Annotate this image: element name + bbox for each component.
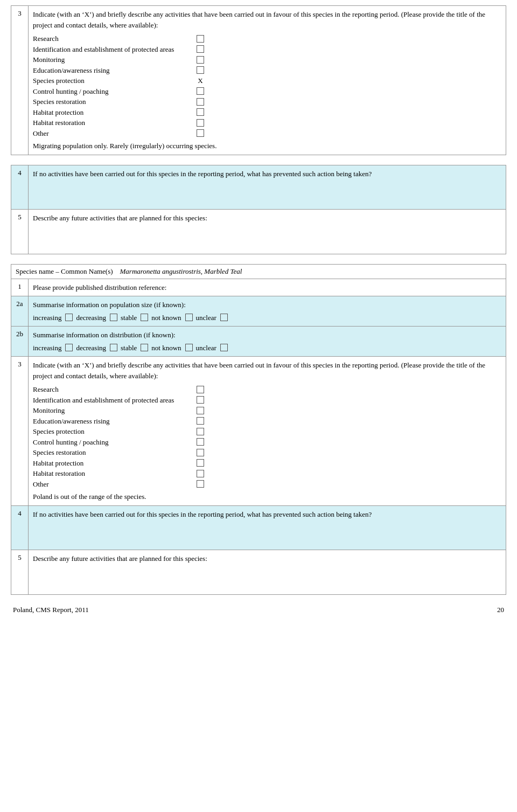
option-item: unclear [196,313,228,323]
activity-label: Identification and establishment of prot… [33,395,194,406]
option-checkbox[interactable] [141,344,148,351]
option-checkbox[interactable] [110,314,117,321]
option-checkbox[interactable] [220,314,228,321]
top-row5-num: 5 [11,210,29,254]
activity-checkbox[interactable] [197,35,204,43]
activity-checkbox[interactable] [197,417,204,425]
activity-label: Species protection [33,426,194,437]
activity-label: Research [33,384,194,395]
top-activity-item: Monitoring [33,54,501,65]
bottom-row-2b: 2b Summarise information on distribution… [11,327,506,357]
activity-checkbox[interactable] [197,45,204,53]
option-label: stable [121,343,137,353]
activity-checkbox[interactable] [197,459,204,467]
top-row-4: 4 If no activities have been carried out… [11,165,506,210]
option-checkbox[interactable] [185,344,193,351]
top-row5-space [33,224,501,251]
option-checkbox[interactable] [220,344,228,351]
bottom-activity-item: Education/awareness rising [33,416,501,427]
bottom-row5-content: Describe any future activities that are … [29,550,506,595]
activity-label: Species restoration [33,447,194,458]
top-row5-content: Describe any future activities that are … [29,210,506,254]
activity-checkbox-x[interactable]: X [197,77,204,85]
bottom-row-3: 3 Indicate (with an ‘X’) and briefly des… [11,357,506,506]
option-item: stable [121,343,148,353]
species-header-cell: Species name – Common Name(s) Marmaronet… [11,264,506,279]
activity-checkbox[interactable] [197,98,204,106]
bottom-row-4: 4 If no activities have been carried out… [11,505,506,550]
option-item: increasing [33,343,73,353]
option-item: unclear [196,343,228,353]
activity-checkbox[interactable] [197,449,204,456]
bottom-activity-item: Species protection [33,426,501,437]
bottom-activity-item: Habitat protection [33,458,501,469]
activity-label: Species restoration [33,96,194,107]
top-row-3: 3 Indicate (with an ‘X’) and briefly des… [11,6,506,155]
option-label: unclear [196,313,216,323]
top-activity-item: Habitat restoration [33,117,501,128]
option-item: not known [151,313,192,323]
option-checkbox[interactable] [110,344,117,351]
option-label: stable [121,313,137,323]
option-item: decreasing [76,343,117,353]
activity-checkbox[interactable] [197,396,204,404]
activity-checkbox[interactable] [197,87,204,95]
bottom-activity-item: Monitoring [33,405,501,416]
top-row3-activities: ResearchIdentification and establishment… [33,33,501,138]
bottom-row1-content: Please provide published distribution re… [29,279,506,296]
activity-checkbox[interactable] [197,470,204,477]
top-activity-item: Other [33,128,501,139]
bottom-row5-space [33,564,501,591]
activity-checkbox[interactable] [197,407,204,414]
activity-checkbox[interactable] [197,66,204,74]
bottom-row2b-options: increasingdecreasingstablenot knownuncle… [33,343,501,353]
species-header-value: Marmaronetta angustirostris, Marbled Tea… [120,267,242,275]
bottom-row2a-content: Summarise information on population size… [29,296,506,327]
bottom-row2b-num: 2b [11,327,29,357]
bottom-row2a-options: increasingdecreasingstablenot knownuncle… [33,313,501,323]
option-checkbox[interactable] [65,314,73,321]
bottom-row3-text1: Indicate (with an ‘X’) and briefly descr… [33,361,399,369]
activity-label: Habitat protection [33,107,194,118]
bottom-row2b-text: Summarise information on distribution (i… [33,331,176,339]
activity-checkbox[interactable] [197,386,204,393]
activity-label: Habitat restoration [33,117,194,128]
top-section-table: 3 Indicate (with an ‘X’) and briefly des… [11,5,506,155]
bottom-activity-item: Species restoration [33,447,501,458]
activity-checkbox[interactable] [197,480,204,488]
option-checkbox[interactable] [185,314,193,321]
bottom-activity-item: Control hunting / poaching [33,437,501,448]
bottom-row-2a: 2a Summarise information on population s… [11,296,506,327]
activity-checkbox[interactable] [197,129,204,137]
activity-label: Identification and establishment of prot… [33,44,194,55]
bottom-row4-num: 4 [11,505,29,550]
option-checkbox[interactable] [65,344,73,351]
bottom-activity-item: Other [33,479,501,490]
activity-checkbox[interactable] [197,438,204,446]
option-label: decreasing [76,343,106,353]
top-row5-text: Describe any future activities that are … [33,214,207,222]
option-label: increasing [33,343,61,353]
footer-left: Poland, CMS Report, 2011 [13,606,89,614]
species-header-row: Species name – Common Name(s) Marmaronet… [11,264,506,279]
option-checkbox[interactable] [141,314,148,321]
bottom-row1-num: 1 [11,279,29,296]
option-item: decreasing [76,313,117,323]
activity-checkbox[interactable] [197,108,204,116]
activity-checkbox[interactable] [197,428,204,435]
option-item: not known [151,343,192,353]
bottom-row4-content: If no activities have been carried out f… [29,505,506,550]
bottom-row4-text: If no activities have been carried out f… [33,510,372,518]
bottom-section-table: Species name – Common Name(s) Marmaronet… [11,264,506,595]
top-row4-text: If no activities have been carried out f… [33,170,372,178]
top-activity-item: Control hunting / poaching [33,86,501,97]
footer-right: 20 [497,606,504,614]
top-activity-item: Identification and establishment of prot… [33,44,501,55]
bottom-row5-num: 5 [11,550,29,595]
bottom-activity-item: Research [33,384,501,395]
activity-checkbox[interactable] [197,119,204,127]
activity-label: Education/awareness rising [33,416,194,427]
activity-checkbox[interactable] [197,56,204,64]
bottom-row4-space [33,519,501,546]
bottom-row-5: 5 Describe any future activities that ar… [11,550,506,595]
